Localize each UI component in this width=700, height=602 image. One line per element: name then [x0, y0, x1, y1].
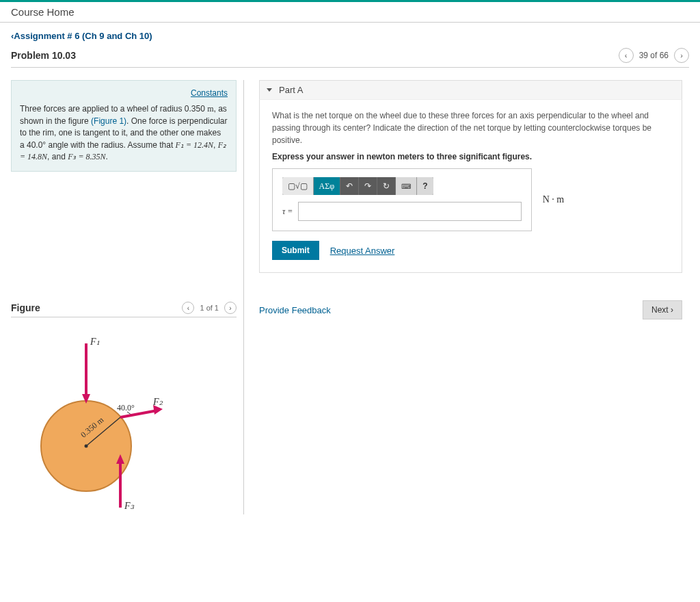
reset-button[interactable]: ↻ [377, 177, 396, 195]
equation-toolbar: ▢√▢ ΑΣφ ↶ ↷ ↻ ⌨ ? [282, 177, 433, 195]
prev-problem-button[interactable]: ‹ [619, 48, 634, 63]
figure-next-button[interactable]: › [224, 302, 237, 314]
figure-pager: ‹ 1 of 1 › [182, 302, 237, 314]
figure-section: Figure ‹ 1 of 1 › 40.0° [11, 302, 237, 514]
redo-button[interactable]: ↷ [359, 177, 377, 195]
sqrt-template-button[interactable]: ▢√▢ [282, 177, 314, 195]
part-a-header[interactable]: Part A [259, 80, 682, 99]
next-button[interactable]: Next › [643, 300, 682, 319]
figure-title: Figure [11, 302, 40, 313]
keyboard-button[interactable]: ⌨ [396, 177, 417, 195]
undo-button[interactable]: ↶ [340, 177, 359, 195]
part-a-label: Part A [279, 85, 303, 95]
figure-prev-button[interactable]: ‹ [182, 302, 194, 314]
problem-statement-box: Constants Three forces are applied to a … [11, 80, 237, 172]
assignment-link[interactable]: ‹Assignment # 6 (Ch 9 and Ch 10) [11, 31, 152, 41]
part-a-body: What is the net torque on the wheel due … [259, 99, 682, 273]
request-answer-link[interactable]: Request Answer [330, 246, 395, 256]
tau-label: τ = [282, 207, 293, 217]
answer-area: ▢√▢ ΑΣφ ↶ ↷ ↻ ⌨ ? τ = [272, 168, 532, 231]
svg-text:40.0°: 40.0° [117, 403, 135, 413]
provide-feedback-link[interactable]: Provide Feedback [259, 305, 331, 315]
constants-link[interactable]: Constants [191, 88, 228, 98]
svg-text:F₃: F₃ [124, 501, 135, 511]
divider [11, 67, 689, 68]
course-home-text[interactable]: Course Home [11, 6, 75, 18]
figure-ref-link[interactable]: (Figure 1) [91, 116, 126, 126]
question-text: What is the net torque on the wheel due … [272, 109, 669, 146]
next-problem-button[interactable]: › [674, 48, 689, 63]
svg-text:F₂: F₂ [152, 397, 163, 407]
unit-label: N · m [543, 194, 565, 205]
greek-button[interactable]: ΑΣφ [314, 177, 341, 195]
chevron-right-icon: › [671, 305, 673, 315]
submit-button[interactable]: Submit [272, 241, 319, 260]
instruction-text: Express your answer in newton meters to … [272, 152, 669, 161]
course-home-header: Course Home [0, 0, 700, 23]
answer-input[interactable] [298, 202, 522, 221]
pager-label: 39 of 66 [639, 51, 669, 60]
figure-diagram: 40.0° 0.350 m F₁ F₂ F₃ [11, 323, 189, 514]
problem-pager: ‹ 39 of 66 › [619, 48, 689, 63]
caret-down-icon [267, 88, 272, 92]
help-button[interactable]: ? [417, 177, 433, 195]
svg-text:F₁: F₁ [90, 337, 100, 347]
problem-title: Problem 10.03 [11, 50, 76, 61]
